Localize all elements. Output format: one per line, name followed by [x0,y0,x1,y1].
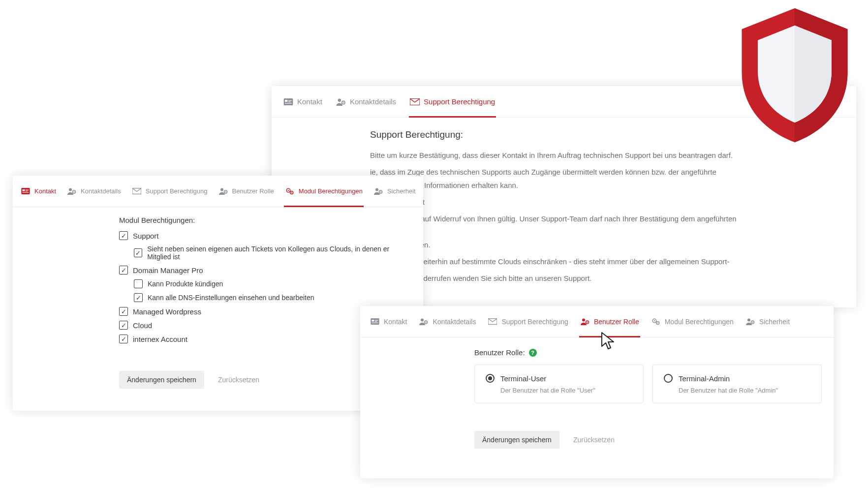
card-icon [283,98,293,106]
radio-icon[interactable] [486,374,495,383]
tab-label: Modul Berechtigungen [299,187,363,195]
checkbox-icon[interactable] [119,335,128,343]
support-text-3: rechtigung erteilt [370,196,758,209]
perm-label: Kann alle DNS-Einstellungen einsehen und… [148,294,314,302]
perm-domain-manager[interactable]: Domain Manager Pro [119,266,411,274]
tab-support-berechtigung[interactable]: Support Berechtigung [132,176,208,207]
card-icon [21,187,31,195]
tab-label: Sicherheit [387,187,416,195]
checkbox-icon[interactable] [134,248,142,257]
perm-cancel-products[interactable]: Kann Produkte kündigen [134,279,411,288]
role-desc: Der Benutzer hat die Rolle "Admin" [679,387,810,394]
tab-kontaktdetails[interactable]: Kontaktdetails [336,86,396,117]
tab-kontakt[interactable]: Kontakt [283,86,322,117]
tab-label: Kontakt [384,318,407,326]
section-title: Support Berechtigung: [370,129,758,140]
role-title: Terminal-Admin [679,374,730,383]
user-gear-icon [373,187,383,195]
tab-label: Support Berechtigung [424,97,495,106]
cursor-icon [599,332,617,351]
user-gear-icon [218,187,228,195]
user-gear-icon [419,318,429,326]
checkbox-icon[interactable] [119,266,128,274]
user-gear-icon [745,318,755,326]
shield-icon [733,4,856,147]
tab-sicherheit[interactable]: Sicherheit [373,176,416,207]
save-button[interactable]: Änderungen speichern [119,371,204,389]
tab-kontaktdetails[interactable]: Kontaktdetails [67,176,121,207]
mail-icon [488,318,497,326]
section-title: Modul Berechtigungen: [119,216,411,224]
user-gear-icon [67,187,77,195]
tab-kontakt[interactable]: Kontakt [21,176,56,207]
perm-support-tickets[interactable]: Sieht neben seinen eigenen auch Tickets … [134,245,411,261]
support-text-4a: chtigung ist bis auf Widerruf von Ihnen … [370,213,758,239]
role-terminal-user[interactable]: Terminal-User Der Benutzer hat die Rolle… [474,365,644,403]
support-text-4b: ngen weiterhelfen. [370,239,758,251]
user-gear-icon [580,318,590,326]
mail-icon [410,98,420,106]
reset-button[interactable]: Zurücksetzen [218,376,259,384]
save-button[interactable]: Änderungen speichern [474,431,559,449]
tabbar-rolle: Kontakt Kontaktdetails Support Berechtig… [360,306,834,337]
tab-label: Support Berechtigung [146,187,208,195]
tab-modul-berechtigungen[interactable]: Modul Berechtigungen [285,176,363,207]
tab-label: Sicherheit [759,318,790,326]
checkbox-icon[interactable] [119,231,128,240]
tab-support-berechtigung[interactable]: Support Berechtigung [410,86,495,117]
perm-support[interactable]: Support [119,231,411,240]
tab-label: Benutzer Rolle [594,318,639,326]
gears-icon [285,187,295,195]
radio-icon[interactable] [664,374,673,383]
reset-button[interactable]: Zurücksetzen [573,436,615,444]
tab-sicherheit[interactable]: Sicherheit [745,306,790,337]
tab-label: Modul Berechtigungen [665,318,734,326]
tab-label: Kontakt [297,97,322,106]
perm-label: Managed Wordpress [133,307,201,316]
card-icon [370,318,380,326]
checkbox-icon[interactable] [119,307,128,316]
user-gear-icon [336,98,346,106]
tab-label: Kontaktdetails [433,318,476,326]
tab-label: Kontaktdetails [81,187,121,195]
help-icon[interactable]: ? [529,349,537,357]
support-text-5a: ntakt natürlich weiterhin auf bestimmte … [370,255,758,268]
tab-label: Kontaktdetails [350,97,396,106]
tab-benutzer-rolle[interactable]: Benutzer Rolle [218,176,274,207]
tab-modul-berechtigungen[interactable]: Modul Berechtigungen [651,306,734,337]
tab-kontakt[interactable]: Kontakt [370,306,407,337]
support-text-2b: zu vertraulichen Informationen erhalten … [370,179,758,192]
support-text-6: rechtigung zu widerrufen wenden Sie sich… [370,272,758,285]
tab-support-berechtigung[interactable]: Support Berechtigung [488,306,568,337]
support-text-2a: ie, dass im Zuge des technischen Support… [370,166,758,179]
perm-label: Sieht neben seinen eigenen auch Tickets … [147,245,411,261]
tab-kontaktdetails[interactable]: Kontaktdetails [419,306,476,337]
checkbox-icon[interactable] [134,293,143,302]
perm-label: Cloud [133,321,152,330]
mail-icon [132,187,142,195]
checkbox-icon[interactable] [119,321,128,330]
role-terminal-admin[interactable]: Terminal-Admin Der Benutzer hat die Roll… [652,365,822,403]
perm-dns-settings[interactable]: Kann alle DNS-Einstellungen einsehen und… [134,293,411,302]
tabbar-modul: Kontakt Kontaktdetails Support Berechtig… [13,176,423,207]
tab-label: Benutzer Rolle [232,187,274,195]
checkbox-icon[interactable] [134,279,143,288]
gears-icon [651,318,661,326]
perm-label: Kann Produkte kündigen [148,280,223,288]
perm-label: Domain Manager Pro [133,266,203,274]
rolle-label: Benutzer Rolle: [474,348,525,357]
tab-label: Kontakt [34,187,56,195]
role-title: Terminal-User [500,374,546,383]
perm-label: Support [133,232,159,240]
tab-label: Support Berechtigung [501,318,568,326]
perm-label: internex Account [133,335,187,343]
role-desc: Der Benutzer hat die Rolle "User" [500,387,632,394]
panel-rolle: Kontakt Kontaktdetails Support Berechtig… [360,306,834,478]
support-text-1: Bitte um kurze Bestätigung, dass dieser … [370,149,758,162]
rolle-label-row: Benutzer Rolle: ? [474,348,822,357]
